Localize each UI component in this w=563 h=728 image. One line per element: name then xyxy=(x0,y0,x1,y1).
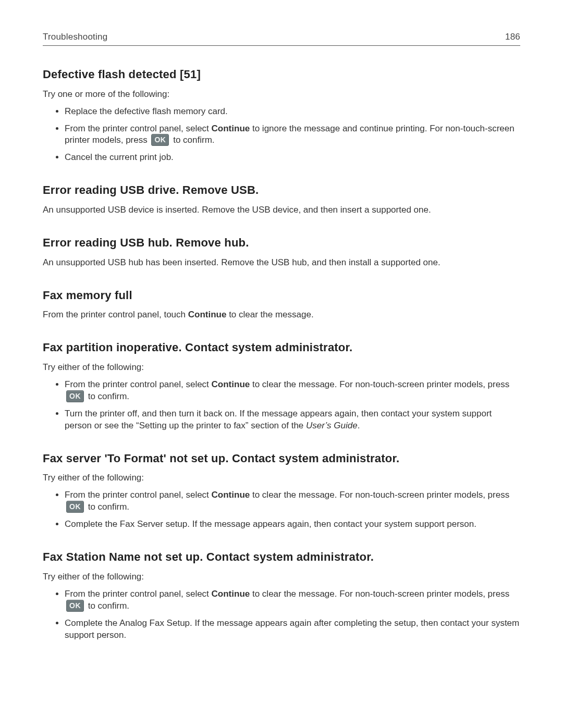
body-text: An unsupported USB hub has been inserted… xyxy=(43,257,520,269)
list-item-text: to confirm. xyxy=(85,391,129,401)
list-item-text: Complete the Analog Fax Setup. If the me… xyxy=(65,618,519,640)
list-item: Complete the Fax Server setup. If the me… xyxy=(65,519,520,530)
intro-text: Try either of the following: xyxy=(43,472,520,484)
list-item: Complete the Analog Fax Setup. If the me… xyxy=(65,618,520,641)
italic-term: User’s Guide xyxy=(306,421,358,430)
heading-fax-station-name: Fax Station Name not set up. Contact sys… xyxy=(43,549,520,565)
bullet-list: Replace the defective flash memory card.… xyxy=(43,106,520,164)
list-item-text: to clear the message. For non‑touch‑scre… xyxy=(250,379,509,389)
list-item-text: From the printer control panel, select xyxy=(65,124,212,133)
list-item: From the printer control panel, select C… xyxy=(65,123,520,147)
intro-text: Try either of the following: xyxy=(43,571,520,583)
body-text-fragment: From the printer control panel, touch xyxy=(43,310,188,319)
document-page: Troubleshooting 186 Defective flash dete… xyxy=(0,0,563,728)
list-item-text: Cancel the current print job. xyxy=(65,152,174,162)
bullet-list: From the printer control panel, select C… xyxy=(43,379,520,432)
list-item-text: From the printer control panel, select xyxy=(65,589,212,599)
bold-term: Continue xyxy=(212,589,250,599)
intro-text: Try either of the following: xyxy=(43,362,520,374)
header-page-number: 186 xyxy=(505,31,520,43)
list-item: From the printer control panel, select C… xyxy=(65,588,520,612)
list-item: From the printer control panel, select C… xyxy=(65,489,520,513)
list-item-text: to confirm. xyxy=(85,601,129,611)
list-item-text: to confirm. xyxy=(170,135,214,145)
list-item: Cancel the current print job. xyxy=(65,152,520,164)
heading-error-usb-drive: Error reading USB drive. Remove USB. xyxy=(43,182,520,198)
list-item-text: to clear the message. For non‑touch‑scre… xyxy=(250,589,509,599)
intro-text: Try one or more of the following: xyxy=(43,89,520,101)
list-item-text: . xyxy=(358,421,360,430)
heading-fax-partition-inoperative: Fax partition inoperative. Contact syste… xyxy=(43,340,520,355)
ok-button-icon: OK xyxy=(66,390,84,402)
list-item-text: Turn the printer off, and then turn it b… xyxy=(65,409,492,430)
heading-error-usb-hub: Error reading USB hub. Remove hub. xyxy=(43,235,520,251)
bold-term: Continue xyxy=(188,310,227,319)
list-item-text: From the printer control panel, select xyxy=(65,379,212,389)
ok-button-icon: OK xyxy=(151,134,169,146)
bold-term: Continue xyxy=(212,490,250,500)
list-item: Replace the defective flash memory card. xyxy=(65,106,520,118)
header-section-name: Troubleshooting xyxy=(43,31,107,43)
body-text-fragment: to clear the message. xyxy=(226,310,313,319)
list-item: Turn the printer off, and then turn it b… xyxy=(65,408,520,432)
bullet-list: From the printer control panel, select C… xyxy=(43,588,520,641)
list-item-text: Replace the defective flash memory card. xyxy=(65,106,228,116)
bold-term: Continue xyxy=(212,124,250,133)
list-item: From the printer control panel, select C… xyxy=(65,379,520,403)
list-item-text: Complete the Fax Server setup. If the me… xyxy=(65,519,476,529)
bold-term: Continue xyxy=(212,379,250,389)
page-header: Troubleshooting 186 xyxy=(43,31,520,46)
list-item-text: to clear the message. For non‑touch‑scre… xyxy=(250,490,509,500)
heading-fax-memory-full: Fax memory full xyxy=(43,288,520,303)
body-text: An unsupported USB device is inserted. R… xyxy=(43,204,520,216)
list-item-text: From the printer control panel, select xyxy=(65,490,212,500)
bullet-list: From the printer control panel, select C… xyxy=(43,489,520,530)
heading-fax-server-to-format: Fax server 'To Format' not set up. Conta… xyxy=(43,451,520,466)
list-item-text: to confirm. xyxy=(85,502,129,512)
ok-button-icon: OK xyxy=(66,501,84,513)
body-text: From the printer control panel, touch Co… xyxy=(43,309,520,321)
heading-defective-flash: Defective flash detected [51] xyxy=(43,67,520,82)
ok-button-icon: OK xyxy=(66,600,84,612)
